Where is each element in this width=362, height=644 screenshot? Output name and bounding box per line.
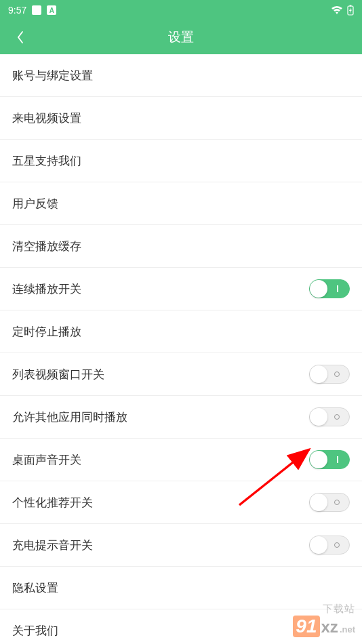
status-left: 9:57 A <box>8 5 56 16</box>
page-title: 设置 <box>0 28 362 46</box>
toggle-switch[interactable] <box>309 365 350 384</box>
toggle-thumb <box>310 451 327 468</box>
setting-label: 桌面声音开关 <box>12 452 81 468</box>
toggle-switch[interactable] <box>309 536 350 555</box>
setting-label: 个性化推荐开关 <box>12 495 93 510</box>
setting-label: 五星支持我们 <box>12 153 81 169</box>
toggle-thumb <box>310 365 327 383</box>
toggle-switch[interactable] <box>309 279 350 298</box>
toggle-thumb <box>310 536 327 554</box>
setting-label: 账号与绑定设置 <box>12 68 93 83</box>
wifi-icon <box>331 5 343 15</box>
battery-icon <box>347 5 354 16</box>
toggle-off-indicator <box>334 414 340 420</box>
header: 设置 <box>0 20 362 54</box>
setting-label: 隐私设置 <box>12 580 58 596</box>
setting-label: 关于我们 <box>12 623 58 639</box>
setting-label: 连续播放开关 <box>12 281 81 297</box>
watermark-xz: xz <box>321 618 338 637</box>
svg-rect-1 <box>350 5 352 7</box>
setting-item-4[interactable]: 清空播放缓存 <box>0 225 362 268</box>
setting-item-8[interactable]: 允许其他应用同时播放 <box>0 396 362 439</box>
setting-item-2[interactable]: 五星支持我们 <box>0 140 362 182</box>
watermark-net: .net <box>340 624 355 635</box>
back-button[interactable] <box>12 29 28 45</box>
setting-label: 用户反馈 <box>12 196 58 212</box>
status-right <box>331 5 354 16</box>
setting-item-6[interactable]: 定时停止播放 <box>0 310 362 353</box>
chevron-left-icon <box>16 31 24 44</box>
setting-label: 定时停止播放 <box>12 324 81 340</box>
toggle-on-indicator <box>337 285 338 292</box>
setting-label: 清空播放缓存 <box>12 239 81 254</box>
setting-item-11[interactable]: 充电提示音开关 <box>0 524 362 567</box>
setting-item-0[interactable]: 账号与绑定设置 <box>0 54 362 97</box>
watermark-top: 下载站 <box>293 603 355 616</box>
status-notification-icon <box>32 5 41 15</box>
toggle-switch[interactable] <box>309 450 350 469</box>
toggle-thumb <box>310 280 327 298</box>
settings-list: 账号与绑定设置来电视频设置五星支持我们用户反馈清空播放缓存连续播放开关定时停止播… <box>0 54 362 644</box>
setting-item-10[interactable]: 个性化推荐开关 <box>0 481 362 524</box>
toggle-off-indicator <box>334 371 340 377</box>
status-time: 9:57 <box>8 5 26 16</box>
setting-label: 充电提示音开关 <box>12 538 93 553</box>
watermark-main: 91 xz .net <box>293 616 355 637</box>
watermark-91: 91 <box>293 616 319 637</box>
setting-item-3[interactable]: 用户反馈 <box>0 182 362 225</box>
watermark: 下载站 91 xz .net <box>293 603 355 637</box>
setting-item-1[interactable]: 来电视频设置 <box>0 97 362 140</box>
toggle-thumb <box>310 408 327 426</box>
toggle-off-indicator <box>334 542 340 548</box>
toggle-switch[interactable] <box>309 407 350 426</box>
toggle-on-indicator <box>337 456 338 463</box>
status-bar: 9:57 A <box>0 0 362 20</box>
status-app-icon: A <box>47 5 56 15</box>
setting-item-9[interactable]: 桌面声音开关 <box>0 439 362 481</box>
setting-item-7[interactable]: 列表视频窗口开关 <box>0 353 362 396</box>
toggle-off-indicator <box>334 500 340 505</box>
setting-label: 允许其他应用同时播放 <box>12 409 127 425</box>
setting-label: 列表视频窗口开关 <box>12 367 104 382</box>
toggle-thumb <box>310 494 327 511</box>
setting-item-5[interactable]: 连续播放开关 <box>0 268 362 310</box>
setting-label: 来电视频设置 <box>12 110 81 126</box>
toggle-switch[interactable] <box>309 493 350 512</box>
